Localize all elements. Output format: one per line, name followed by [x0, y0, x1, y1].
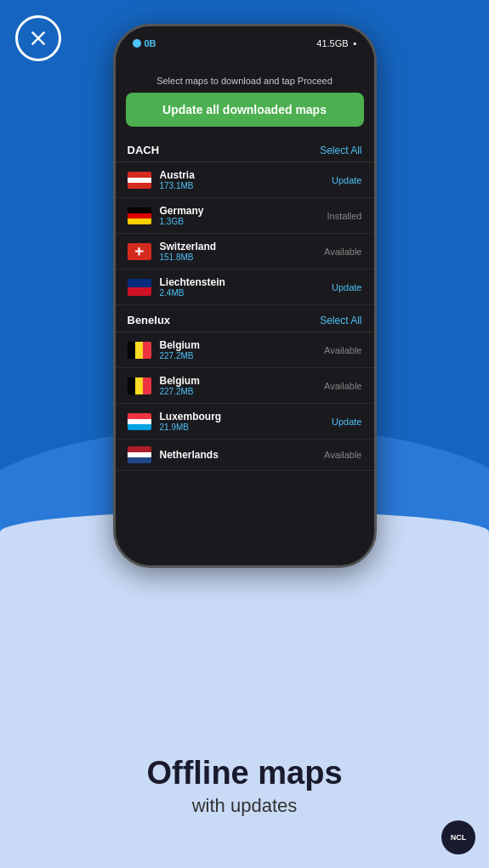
belgium2-status[interactable]: Available — [324, 381, 361, 391]
benelux-title: Benelux — [128, 314, 171, 326]
bottom-title: Offline maps — [0, 756, 489, 791]
germany-size: 1.3GB — [160, 217, 327, 226]
liechtenstein-size: 2.4MB — [160, 288, 333, 298]
flag-switzerland — [128, 243, 151, 260]
map-list: DACH Select All Austria 173.1MB Update G… — [116, 135, 374, 550]
phone-frame: 0B 41.5GB ▪ Select maps to download and … — [113, 24, 377, 568]
austria-info: Austria 173.1MB — [160, 169, 333, 190]
flag-austria — [128, 172, 151, 189]
status-right: 41.5GB ▪ — [316, 38, 356, 48]
status-dot — [133, 39, 141, 48]
netherlands-info: Netherlands — [160, 449, 325, 461]
austria-name: Austria — [160, 169, 333, 181]
liechtenstein-name: Liechtenstein — [160, 276, 333, 288]
data-usage: 0B — [145, 38, 156, 48]
austria-size: 173.1MB — [160, 181, 333, 190]
map-item-liechtenstein: Liechtenstein 2.4MB Update — [116, 269, 374, 305]
dach-select-all[interactable]: Select All — [320, 145, 361, 156]
liechtenstein-status[interactable]: Update — [332, 282, 361, 292]
flag-luxembourg — [128, 413, 151, 430]
map-item-belgium-2: Belgium 227.2MB Available — [116, 368, 374, 404]
belgium1-status[interactable]: Available — [324, 345, 361, 355]
close-button[interactable] — [15, 15, 61, 61]
map-item-austria: Austria 173.1MB Update — [116, 162, 374, 198]
netherlands-status[interactable]: Available — [324, 450, 361, 460]
luxembourg-status[interactable]: Update — [332, 417, 361, 427]
germany-status[interactable]: Installed — [327, 211, 362, 221]
germany-name: Germany — [160, 205, 327, 217]
switzerland-status[interactable]: Available — [324, 247, 361, 257]
flag-germany — [128, 207, 151, 224]
flag-belgium-2 — [128, 377, 151, 394]
flag-belgium-1 — [128, 342, 151, 359]
ncl-text: NCL — [451, 833, 467, 842]
belgium2-size: 227.2MB — [160, 387, 325, 396]
screen: Select maps to download and tap Proceed … — [116, 57, 374, 565]
switzerland-size: 151.8MB — [160, 252, 325, 262]
update-all-button[interactable]: Update all downloaded maps — [126, 93, 364, 127]
flag-liechtenstein — [128, 279, 151, 296]
phone-notch — [211, 57, 279, 71]
section-dach: DACH Select All — [116, 135, 374, 162]
luxembourg-size: 21.9MB — [160, 423, 333, 432]
switzerland-info: Switzerland 151.8MB — [160, 241, 325, 262]
ncl-logo: NCL — [441, 820, 475, 854]
netherlands-name: Netherlands — [160, 449, 325, 461]
belgium1-info: Belgium 227.2MB — [160, 339, 325, 360]
storage-value: 41.5GB — [316, 38, 348, 48]
map-item-belgium-1: Belgium 227.2MB Available — [116, 332, 374, 368]
bottom-text-area: Offline maps with updates — [0, 756, 489, 817]
swiss-cross — [135, 247, 144, 256]
liechtenstein-info: Liechtenstein 2.4MB — [160, 276, 333, 298]
belgium1-size: 227.2MB — [160, 351, 325, 360]
status-left: 0B — [133, 38, 156, 48]
map-item-germany: Germany 1.3GB Installed — [116, 198, 374, 234]
map-item-luxembourg: Luxembourg 21.9MB Update — [116, 404, 374, 440]
map-item-netherlands: Netherlands Available — [116, 440, 374, 471]
switzerland-name: Switzerland — [160, 241, 325, 252]
luxembourg-info: Luxembourg 21.9MB — [160, 411, 333, 432]
section-benelux: Benelux Select All — [116, 305, 374, 332]
bottom-subtitle: with updates — [0, 795, 489, 817]
status-bar: 0B 41.5GB ▪ — [116, 26, 374, 57]
battery-icon: ▪ — [354, 38, 357, 48]
germany-info: Germany 1.3GB — [160, 205, 327, 226]
belgium1-name: Belgium — [160, 339, 325, 351]
belgium2-name: Belgium — [160, 375, 325, 387]
map-item-switzerland: Switzerland 151.8MB Available — [116, 234, 374, 269]
austria-status[interactable]: Update — [332, 175, 361, 185]
belgium2-info: Belgium 227.2MB — [160, 375, 325, 396]
benelux-select-all[interactable]: Select All — [320, 315, 361, 326]
dach-title: DACH — [128, 144, 160, 156]
flag-netherlands — [128, 446, 151, 463]
luxembourg-name: Luxembourg — [160, 411, 333, 423]
